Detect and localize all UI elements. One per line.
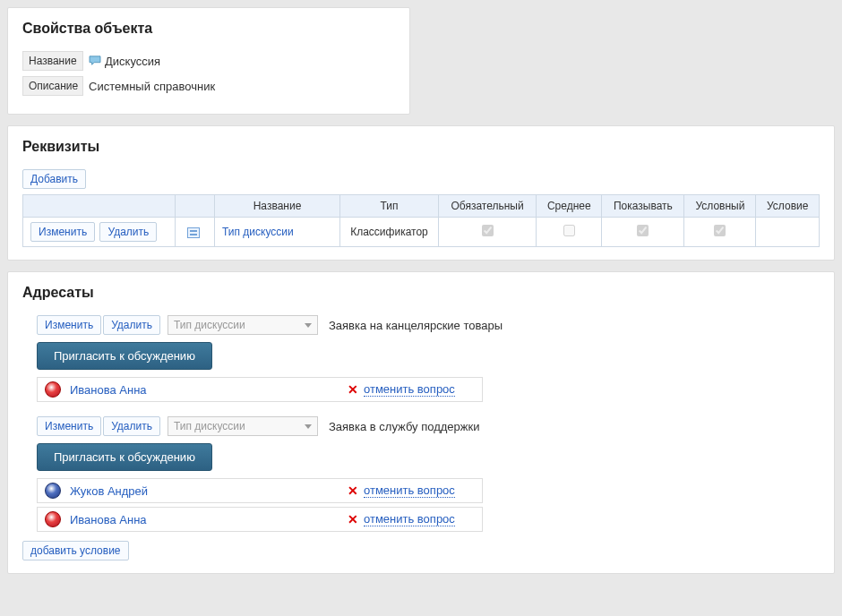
block-title: Заявка на канцелярские товары <box>329 319 503 332</box>
col-name: Название <box>215 195 340 218</box>
avatar-icon <box>45 381 61 398</box>
cancel-question-link[interactable]: отменить вопрос <box>364 483 455 498</box>
property-desc-value: Системный справочник <box>89 80 215 93</box>
cancel-icon: ✕ <box>348 512 358 526</box>
delete-button[interactable]: Удалить <box>99 222 157 242</box>
addressee-block: ИзменитьУдалитьТип дискуссииЗаявка в слу… <box>37 416 820 532</box>
col-average: Среднее <box>537 195 602 218</box>
requisites-panel: Реквизиты Добавить Название Тип Обязател… <box>7 125 835 261</box>
person-name-link[interactable]: Иванова Анна <box>70 383 348 397</box>
cancel-icon: ✕ <box>348 483 358 498</box>
block-title: Заявка в службу поддержки <box>329 420 479 433</box>
requisites-table: Название Тип Обязательный Среднее Показы… <box>22 194 820 247</box>
table-row: Изменить Удалить Тип дискуссии Классифик… <box>23 218 820 247</box>
col-show: Показывать <box>602 195 684 218</box>
person-row: Иванова Анна✕отменить вопрос <box>37 377 483 402</box>
addressees-title: Адресаты <box>22 285 820 301</box>
discussion-icon <box>89 56 101 66</box>
requisites-title: Реквизиты <box>22 139 820 155</box>
col-conditional: Условный <box>684 195 756 218</box>
edit-button[interactable]: Изменить <box>37 315 101 335</box>
edit-button[interactable]: Изменить <box>30 222 95 242</box>
requisite-name-link[interactable]: Тип дискуссии <box>222 226 294 238</box>
invite-button[interactable]: Пригласить к обсуждению <box>37 443 212 471</box>
property-row-description: Описание Системный справочник <box>22 76 395 96</box>
addressees-panel: Адресаты ИзменитьУдалитьТип дискуссииЗая… <box>7 271 835 574</box>
col-condition: Условие <box>756 195 820 218</box>
cancel-question-link[interactable]: отменить вопрос <box>364 512 455 526</box>
invite-button[interactable]: Пригласить к обсуждению <box>37 342 212 370</box>
add-button[interactable]: Добавить <box>22 169 86 189</box>
average-checkbox <box>563 225 575 236</box>
required-checkbox <box>482 225 494 236</box>
cancel-icon: ✕ <box>348 382 358 397</box>
property-name-value: Дискуссия <box>89 55 160 68</box>
person-row: Жуков Андрей✕отменить вопрос <box>37 478 483 503</box>
conditional-checkbox <box>714 225 726 236</box>
properties-panel: Свойства объекта Название Дискуссия Опис… <box>7 7 410 115</box>
col-actions <box>23 195 176 218</box>
person-name-link[interactable]: Жуков Андрей <box>70 484 348 498</box>
col-icon <box>176 195 215 218</box>
classifier-icon <box>187 227 200 238</box>
person-row: Иванова Анна✕отменить вопрос <box>37 507 483 532</box>
properties-title: Свойства объекта <box>22 21 395 37</box>
type-dropdown[interactable]: Тип дискуссии <box>168 315 318 335</box>
avatar-icon <box>45 511 61 527</box>
addressee-block: ИзменитьУдалитьТип дискуссииЗаявка на ка… <box>37 315 820 402</box>
edit-button[interactable]: Изменить <box>37 416 101 436</box>
delete-button[interactable]: Удалить <box>103 416 160 436</box>
add-condition-button[interactable]: добавить условие <box>22 541 129 560</box>
requisite-type: Классификатор <box>340 218 439 247</box>
col-type: Тип <box>340 195 439 218</box>
avatar-icon <box>45 483 61 499</box>
delete-button[interactable]: Удалить <box>103 315 160 335</box>
person-name-link[interactable]: Иванова Анна <box>70 513 348 526</box>
cancel-question-link[interactable]: отменить вопрос <box>364 382 455 397</box>
type-dropdown[interactable]: Тип дискуссии <box>168 416 318 436</box>
property-desc-label: Описание <box>22 76 83 96</box>
property-name-label: Название <box>22 51 83 71</box>
show-checkbox <box>637 225 649 236</box>
col-required: Обязательный <box>439 195 537 218</box>
condition-cell <box>756 218 820 247</box>
property-row-name: Название Дискуссия <box>22 51 395 71</box>
